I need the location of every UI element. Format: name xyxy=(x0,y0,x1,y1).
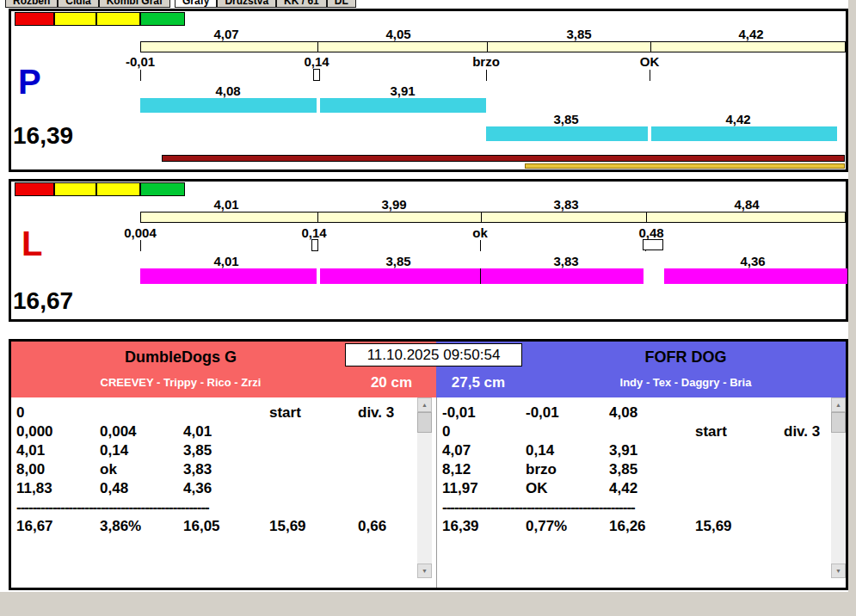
cell: 15,69 xyxy=(695,518,784,535)
tab-grafy[interactable]: Grafy xyxy=(175,0,217,8)
cell xyxy=(695,442,784,459)
tick-label: 0,14 xyxy=(301,225,326,240)
segment-time: 4,08 xyxy=(215,83,240,98)
cell: 4,42 xyxy=(609,480,695,497)
tick-mark xyxy=(140,240,141,251)
table-row: -0,01 -0,01 4,08 xyxy=(442,404,838,422)
ruler-divider xyxy=(487,42,488,52)
tab-cidla[interactable]: Cidla xyxy=(58,0,98,8)
tick-label: -0,01 xyxy=(126,54,155,69)
cell: 0,77% xyxy=(526,518,609,535)
ruler-value: 3,99 xyxy=(381,197,406,212)
tick-mark xyxy=(140,70,141,81)
ruler-value: 4,01 xyxy=(213,197,238,212)
marker-box-wide xyxy=(643,239,663,250)
bar-divider xyxy=(480,268,481,284)
cell: 4,08 xyxy=(609,404,695,422)
tick-mark xyxy=(480,240,481,251)
tab-bar: Rozbeh Cidla Kombi Graf Grafy Družstva K… xyxy=(5,0,487,8)
tab-kombi-graf[interactable]: Kombi Graf xyxy=(99,0,170,8)
cell xyxy=(269,423,358,440)
panel-l: 4,01 3,99 3,83 4,84 0,004 0,14 ok 0,48 4… xyxy=(9,179,848,322)
cell xyxy=(609,423,695,440)
segment-time: 3,91 xyxy=(390,83,415,98)
tab-row: Rozbeh Cidla Kombi Graf Grafy Družstva K… xyxy=(5,0,356,8)
cell xyxy=(695,404,784,422)
cell: 0,000 xyxy=(16,423,100,440)
legend-yellow-box xyxy=(54,182,96,196)
table-row: 0 start div. 3 xyxy=(442,423,838,440)
ruler-divider xyxy=(646,213,647,222)
segment-time: 4,36 xyxy=(740,254,765,268)
scrollbar[interactable]: ▲ ▼ xyxy=(417,397,432,578)
ruler-bar xyxy=(140,212,846,223)
time-bar-cyan xyxy=(486,126,648,141)
time-bar-magenta xyxy=(140,268,317,284)
cell: 0,14 xyxy=(100,442,183,459)
window-edge-right xyxy=(848,0,856,594)
left-jump-height: 20 cm xyxy=(357,374,426,391)
tab-rozbeh[interactable]: Rozbeh xyxy=(5,0,58,8)
tick-label: ok xyxy=(472,225,488,240)
scroll-up-icon[interactable]: ▲ xyxy=(831,397,846,412)
time-bar-cyan xyxy=(320,98,486,113)
table-row: 11,97 OK 4,42 xyxy=(442,480,838,497)
ruler-divider xyxy=(317,213,318,222)
scrollbar-thumb[interactable] xyxy=(417,412,432,433)
ruler-value: 4,05 xyxy=(385,27,410,41)
ruler-value: 3,83 xyxy=(553,197,578,212)
scroll-up-icon[interactable]: ▲ xyxy=(417,397,432,412)
cell: 8,12 xyxy=(442,461,526,478)
cell xyxy=(695,461,784,478)
cell: 3,85 xyxy=(609,461,695,478)
scroll-down-icon[interactable]: ▼ xyxy=(417,564,432,578)
legend-red-box xyxy=(15,182,54,196)
left-team-members: CREEVEY - Trippy - Rico - Zrzi xyxy=(11,376,350,389)
lane-total-l: 16,67 xyxy=(13,288,73,314)
cell xyxy=(358,442,427,459)
table-row: 11,83 0,48 4,36 xyxy=(16,480,412,497)
panel-p: 4,07 4,05 3,85 4,42 -0,01 0,14 brzo OK 4… xyxy=(9,9,848,172)
cell xyxy=(269,480,358,497)
lane-letter-p: P xyxy=(18,65,41,99)
tab-kk-61[interactable]: KK / 61 xyxy=(276,0,327,8)
cell: 4,01 xyxy=(16,442,100,459)
tab-dl[interactable]: DL xyxy=(327,0,356,8)
segment-time: 4,01 xyxy=(213,254,238,268)
cell: 8,00 xyxy=(16,461,100,478)
cell: 11,83 xyxy=(16,480,100,497)
cell: 4,01 xyxy=(183,423,269,440)
cell: 3,91 xyxy=(609,442,695,459)
cell: 4,36 xyxy=(183,480,269,497)
tick-mark xyxy=(486,70,487,81)
cell xyxy=(100,404,183,422)
cell: 16,26 xyxy=(609,518,695,535)
window-edge-bottom xyxy=(0,592,856,616)
cell xyxy=(526,423,609,440)
cell xyxy=(269,442,358,459)
legend-yellow-box-2 xyxy=(96,12,140,26)
ruler-value: 4,07 xyxy=(213,27,238,41)
lane-letter-l: L xyxy=(22,226,42,261)
tab-druzstva[interactable]: Družstva xyxy=(217,0,276,8)
table-row: 4,01 0,14 3,85 xyxy=(16,442,412,459)
table-row: 0 start div. 3 xyxy=(16,404,412,422)
cell: start xyxy=(695,423,784,440)
tick-label: OK xyxy=(640,54,660,69)
progress-bar-gold xyxy=(525,163,845,169)
ruler-value: 3,85 xyxy=(566,27,591,41)
table-total-row: 16,67 3,86% 16,05 15,69 0,66 xyxy=(16,518,412,535)
app-window: Rozbeh Cidla Kombi Graf Grafy Družstva K… xyxy=(0,0,856,616)
cell: 0,14 xyxy=(526,442,609,459)
scrollbar[interactable]: ▲ ▼ xyxy=(831,397,846,578)
cell: ok xyxy=(100,461,183,478)
time-bar-magenta xyxy=(320,268,644,284)
cell: 3,86% xyxy=(100,518,183,535)
scroll-down-icon[interactable]: ▼ xyxy=(831,564,846,578)
right-team-members: Indy - Tex - Daggry - Bria xyxy=(526,376,846,389)
cell xyxy=(358,461,427,478)
legend-green-box xyxy=(140,12,185,26)
left-results-table: 0 start div. 3 0,000 0,004 4,01 4,01 0,1… xyxy=(11,397,432,588)
table-separator: ----------------------------------------… xyxy=(442,499,635,516)
scrollbar-thumb[interactable] xyxy=(831,412,846,433)
